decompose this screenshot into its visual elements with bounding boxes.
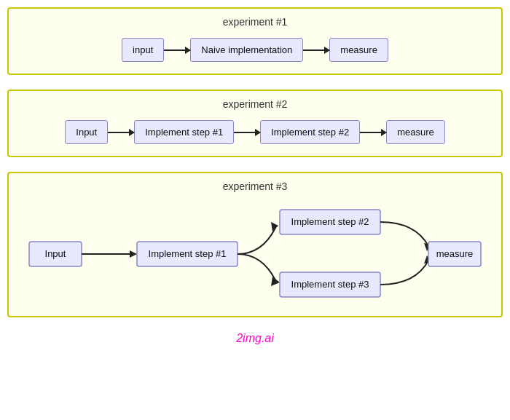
experiment-3: experiment #3 Input Implement step #1 Im… (7, 172, 503, 317)
watermark: 2img.ai (7, 332, 503, 345)
svg-text:Implement step #2: Implement step #2 (291, 216, 369, 227)
exp2-arrow-1 (108, 132, 134, 133)
svg-text:Implement step #1: Implement step #1 (149, 248, 227, 259)
exp1-arrow-2 (303, 49, 329, 51)
exp2-node-input: Input (65, 120, 108, 144)
exp2-node-measure: measure (386, 120, 445, 144)
experiment-1-flow: input Naive implementation measure (20, 38, 490, 62)
experiment-1-title: experiment #1 (20, 16, 490, 28)
svg-text:measure: measure (436, 248, 474, 259)
exp3-diagram: Input Implement step #1 Implement step #… (22, 202, 488, 304)
exp1-arrow-1 (164, 49, 190, 51)
experiment-2: experiment #2 Input Implement step #1 Im… (7, 90, 503, 157)
exp2-node-step2: Implement step #2 (260, 120, 360, 144)
svg-text:Input: Input (45, 248, 66, 259)
svg-marker-3 (130, 250, 137, 258)
exp2-arrow-3 (360, 132, 386, 133)
exp1-node-naive: Naive implementation (190, 38, 303, 62)
experiment-3-flow: Input Implement step #1 Implement step #… (20, 202, 490, 304)
exp2-node-step1: Implement step #1 (134, 120, 234, 144)
experiment-2-flow: Input Implement step #1 Implement step #… (20, 120, 490, 144)
svg-marker-7 (271, 277, 280, 286)
experiment-1: experiment #1 input Naive implementation… (7, 7, 503, 75)
exp1-node-input: input (122, 38, 164, 62)
experiment-2-title: experiment #2 (20, 98, 490, 110)
svg-text:Implement step #3: Implement step #3 (291, 279, 369, 290)
exp2-arrow-2 (234, 132, 260, 133)
exp1-node-measure: measure (329, 38, 388, 62)
experiment-3-title: experiment #3 (20, 181, 490, 192)
